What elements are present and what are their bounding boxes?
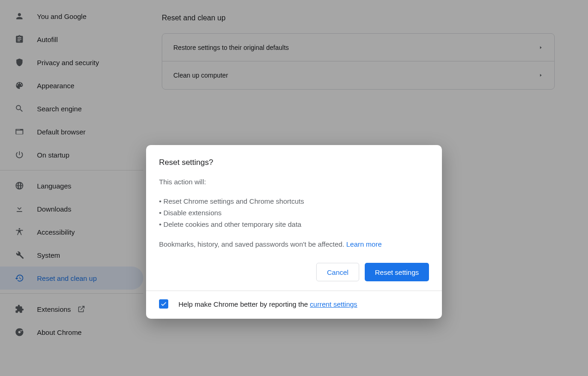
dialog-text: This action will: • Reset Chrome setting…	[159, 176, 429, 250]
footer-text-wrap: Help make Chrome better by reporting the…	[178, 300, 357, 308]
check-icon	[160, 301, 167, 307]
dialog-footer: Help make Chrome better by reporting the…	[146, 291, 442, 319]
dialog-actions: Cancel Reset settings	[159, 263, 429, 281]
dialog-bullet: • Delete cookies and other temporary sit…	[159, 219, 429, 230]
modal-overlay[interactable]: Reset settings? This action will: • Rese…	[0, 0, 588, 376]
dialog-intro: This action will:	[159, 176, 429, 188]
dialog-body: Reset settings? This action will: • Rese…	[146, 145, 442, 291]
dialog-title: Reset settings?	[159, 158, 429, 167]
reset-settings-button[interactable]: Reset settings	[365, 263, 429, 281]
dialog-note: Bookmarks, history, and saved passwords …	[159, 240, 344, 248]
dialog-bullet: • Disable extensions	[159, 207, 429, 219]
reset-settings-dialog: Reset settings? This action will: • Rese…	[146, 145, 442, 319]
cancel-button[interactable]: Cancel	[316, 263, 359, 281]
learn-more-link[interactable]: Learn more	[344, 240, 382, 248]
footer-text: Help make Chrome better by reporting the	[178, 300, 310, 308]
current-settings-link[interactable]: current settings	[310, 300, 357, 308]
dialog-bullet: • Reset Chrome settings and Chrome short…	[159, 196, 429, 207]
report-settings-checkbox[interactable]	[159, 299, 168, 309]
dialog-bullets: • Reset Chrome settings and Chrome short…	[159, 196, 429, 230]
dialog-note-line: Bookmarks, history, and saved passwords …	[159, 239, 429, 250]
